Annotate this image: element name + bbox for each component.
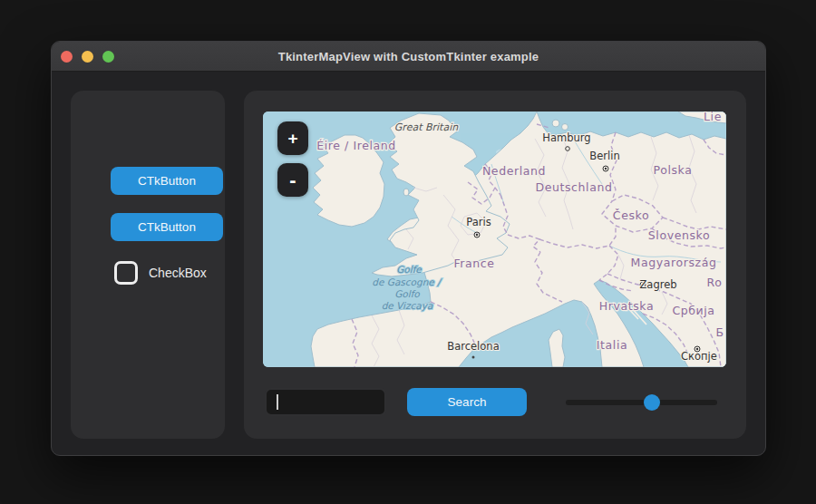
slider-handle[interactable] — [644, 394, 660, 411]
svg-text:Скопје: Скопје — [681, 350, 717, 363]
svg-text:Paris: Paris — [466, 216, 491, 228]
ctk-button-2[interactable]: CTkButton — [111, 213, 223, 241]
svg-text:Hamburg: Hamburg — [542, 131, 590, 144]
svg-text:Golfe: Golfe — [396, 264, 423, 275]
svg-text:Česko: Česko — [613, 208, 649, 222]
svg-text:Berlin: Berlin — [589, 150, 619, 162]
zoom-in-button[interactable]: + — [277, 121, 308, 155]
titlebar[interactable]: TkinterMapView with CustomTkinter exampl… — [52, 42, 765, 72]
svg-text:Slovensko: Slovensko — [648, 228, 710, 242]
zoom-window-button[interactable] — [102, 51, 114, 63]
checkbox-box[interactable] — [114, 261, 138, 285]
svg-text:Italia: Italia — [597, 338, 627, 352]
zoom-slider[interactable] — [566, 388, 717, 416]
close-button[interactable] — [61, 51, 73, 63]
svg-text:Ro: Ro — [707, 276, 723, 289]
svg-text:Lie: Lie — [704, 111, 722, 123]
svg-text:Србија: Србија — [672, 304, 714, 317]
search-button[interactable]: Search — [407, 388, 527, 416]
europe-map: Golfede Gascogne /Golfode VizcayaÉire / … — [263, 111, 726, 367]
svg-text:Golfo: Golfo — [394, 288, 420, 299]
sidebar-frame: CTkButton CTkButton CheckBox — [71, 91, 225, 439]
svg-text:Éire / Ireland: Éire / Ireland — [316, 139, 396, 152]
svg-text:Polska: Polska — [653, 163, 692, 177]
app-window: TkinterMapView with CustomTkinter exampl… — [51, 41, 766, 456]
zoom-out-button[interactable]: - — [277, 163, 308, 197]
minimize-button[interactable] — [82, 51, 93, 63]
search-entry[interactable] — [265, 388, 386, 416]
checkbox[interactable]: CheckBox — [114, 261, 207, 285]
svg-text:Б: Б — [715, 325, 724, 339]
svg-text:France: France — [453, 257, 494, 270]
svg-text:Magyarország: Magyarország — [631, 256, 717, 269]
ctk-button-1[interactable]: CTkButton — [111, 167, 223, 195]
traffic-lights — [61, 42, 114, 71]
svg-text:Great Britain: Great Britain — [394, 121, 459, 133]
map-view[interactable]: Golfede Gascogne /Golfode VizcayaÉire / … — [263, 111, 726, 367]
svg-text:Deutschland: Deutschland — [535, 180, 612, 194]
map-frame: Golfede Gascogne /Golfode VizcayaÉire / … — [244, 91, 746, 439]
window-title: TkinterMapView with CustomTkinter exampl… — [278, 50, 539, 63]
svg-text:de Vizcaya: de Vizcaya — [382, 300, 433, 312]
svg-text:Barcelona: Barcelona — [447, 340, 499, 353]
checkbox-label: CheckBox — [149, 266, 207, 280]
text-cursor — [277, 394, 278, 410]
svg-text:Hrvatska: Hrvatska — [599, 299, 655, 313]
slider-track[interactable] — [566, 400, 717, 405]
svg-text:de Gascogne /: de Gascogne / — [372, 276, 442, 288]
desktop-background: TkinterMapView with CustomTkinter exampl… — [0, 0, 816, 504]
svg-text:Nederland: Nederland — [482, 164, 546, 178]
svg-text:Zagreb: Zagreb — [639, 278, 676, 291]
